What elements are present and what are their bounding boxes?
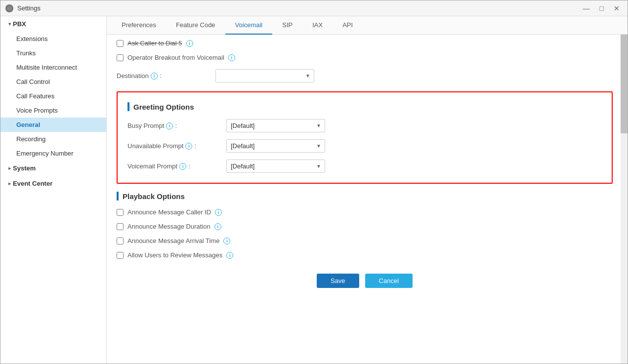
operator-breakout-label: Operator Breakout from Voicemail: [127, 54, 224, 61]
sidebar-item-extensions[interactable]: Extensions: [0, 32, 106, 46]
unavailable-prompt-info-icon[interactable]: i: [185, 143, 192, 150]
destination-select[interactable]: [215, 69, 314, 82]
sidebar-group-event-center[interactable]: ▸ Event Center: [0, 176, 106, 191]
voicemail-prompt-select-wrapper: [Default] ▼: [226, 160, 325, 173]
announce-caller-id-label: Announce Message Caller ID: [127, 208, 211, 216]
save-button[interactable]: Save: [317, 274, 359, 288]
announce-caller-id-info-icon[interactable]: i: [215, 209, 222, 216]
ask-caller-checkbox[interactable]: [117, 40, 124, 47]
greeting-options-header: Greeting Options: [127, 102, 602, 111]
announce-arrival-checkbox[interactable]: [117, 238, 124, 244]
allow-review-info-icon[interactable]: i: [226, 252, 233, 259]
busy-prompt-info-icon[interactable]: i: [166, 122, 173, 129]
scrollbar-thumb[interactable]: [621, 35, 628, 133]
announce-arrival-label: Announce Message Arrival Time: [127, 237, 219, 244]
sidebar-item-emergency-number[interactable]: Emergency Number: [0, 146, 106, 161]
announce-arrival-row: Announce Message Arrival Time i: [117, 237, 613, 244]
main-window: Settings — □ ✕ ▾ PBX Extensions Trunks M…: [0, 0, 628, 364]
announce-arrival-info-icon[interactable]: i: [223, 238, 230, 244]
ask-caller-row: Ask Caller to Dial 5 i: [117, 40, 613, 47]
tab-api[interactable]: API: [333, 16, 363, 35]
announce-caller-id-checkbox[interactable]: [117, 209, 124, 216]
ask-caller-label: Ask Caller to Dial 5: [127, 40, 182, 47]
sidebar-item-multisite[interactable]: Multisite Interconnect: [0, 60, 106, 75]
close-button[interactable]: ✕: [611, 3, 623, 13]
destination-label: Destination i :: [117, 72, 215, 80]
sidebar-group-system[interactable]: ▸ System: [0, 161, 106, 176]
tab-bar: Preferences Feature Code Voicemail SIP I…: [107, 16, 628, 35]
sidebar-item-call-control[interactable]: Call Control: [0, 75, 106, 89]
announce-caller-id-row: Announce Message Caller ID i: [117, 208, 613, 216]
sidebar-group-pbx[interactable]: ▾ PBX: [0, 16, 106, 32]
voicemail-prompt-row: Voicemail Prompt i : [Default] ▼: [127, 160, 602, 173]
window-controls: — □ ✕: [580, 3, 623, 13]
app-icon: [5, 4, 13, 12]
voicemail-prompt-label: Voicemail Prompt i :: [127, 162, 226, 170]
destination-row: Destination i : ▼: [117, 69, 613, 82]
tab-voicemail[interactable]: Voicemail: [225, 16, 273, 35]
tab-feature-code[interactable]: Feature Code: [166, 16, 225, 35]
allow-review-label: Allow Users to Review Messages: [127, 251, 222, 259]
maximize-button[interactable]: □: [597, 3, 607, 13]
announce-duration-row: Announce Message Duration i: [117, 223, 613, 230]
announce-duration-info-icon[interactable]: i: [214, 223, 221, 230]
minimize-button[interactable]: —: [580, 3, 593, 13]
destination-info-icon[interactable]: i: [151, 73, 158, 80]
chevron-down-icon: ▾: [8, 21, 11, 27]
playback-options-title: Playback Options: [123, 192, 185, 201]
unavailable-prompt-select-wrapper: [Default] ▼: [226, 139, 325, 153]
sidebar-item-trunks[interactable]: Trunks: [0, 46, 106, 60]
voicemail-prompt-info-icon[interactable]: i: [179, 163, 186, 170]
sidebar-group-pbx-label: PBX: [13, 20, 26, 28]
busy-prompt-label: Busy Prompt i :: [127, 122, 226, 129]
busy-prompt-row: Busy Prompt i : [Default] ▼: [127, 119, 602, 132]
voicemail-prompt-select[interactable]: [Default]: [226, 160, 325, 173]
operator-breakout-info-icon[interactable]: i: [228, 54, 235, 61]
playback-options-section: Playback Options Announce Message Caller…: [117, 192, 613, 259]
announce-duration-label: Announce Message Duration: [127, 223, 210, 230]
allow-review-row: Allow Users to Review Messages i: [117, 251, 613, 259]
sidebar-item-general[interactable]: General: [0, 118, 106, 132]
action-buttons: Save Cancel: [117, 269, 613, 293]
section-bar-icon-2: [117, 192, 119, 201]
section-bar-icon: [127, 102, 129, 111]
sidebar: ▾ PBX Extensions Trunks Multisite Interc…: [0, 16, 107, 364]
tab-preferences[interactable]: Preferences: [112, 16, 166, 35]
chevron-right-icon: ▸: [8, 165, 11, 171]
titlebar: Settings — □ ✕: [0, 0, 628, 16]
titlebar-left: Settings: [5, 4, 41, 12]
sidebar-group-system-label: System: [13, 164, 36, 172]
tab-sip[interactable]: SIP: [272, 16, 302, 35]
sidebar-group-event-center-label: Event Center: [13, 180, 52, 187]
allow-review-checkbox[interactable]: [117, 252, 124, 259]
cancel-button[interactable]: Cancel: [365, 274, 413, 288]
scrollbar-track: [621, 35, 628, 364]
scroll-area: Ask Caller to Dial 5 i Operator Breakout…: [107, 35, 628, 364]
busy-prompt-select-wrapper: [Default] ▼: [226, 119, 325, 132]
unavailable-prompt-label: Unavailable Prompt i :: [127, 142, 226, 150]
unavailable-prompt-select[interactable]: [Default]: [226, 139, 325, 153]
playback-options-header: Playback Options: [117, 192, 613, 201]
greeting-options-section: Greeting Options Busy Prompt i : [Defaul…: [117, 91, 613, 184]
greeting-options-title: Greeting Options: [133, 103, 194, 111]
sidebar-item-call-features[interactable]: Call Features: [0, 89, 106, 103]
operator-breakout-row: Operator Breakout from Voicemail i: [117, 54, 613, 61]
busy-prompt-select[interactable]: [Default]: [226, 119, 325, 132]
sidebar-item-recording[interactable]: Recording: [0, 132, 106, 146]
announce-duration-checkbox[interactable]: [117, 223, 124, 230]
sidebar-item-voice-prompts[interactable]: Voice Prompts: [0, 103, 106, 118]
chevron-right-icon-2: ▸: [8, 181, 11, 186]
main-layout: ▾ PBX Extensions Trunks Multisite Interc…: [0, 16, 628, 364]
content-area: Preferences Feature Code Voicemail SIP I…: [107, 16, 628, 364]
operator-breakout-checkbox[interactable]: [117, 54, 124, 61]
ask-caller-info-icon[interactable]: i: [186, 40, 193, 47]
destination-select-wrapper: ▼: [215, 69, 314, 82]
window-title: Settings: [17, 4, 41, 12]
tab-iax[interactable]: IAX: [302, 16, 333, 35]
unavailable-prompt-row: Unavailable Prompt i : [Default] ▼: [127, 139, 602, 153]
